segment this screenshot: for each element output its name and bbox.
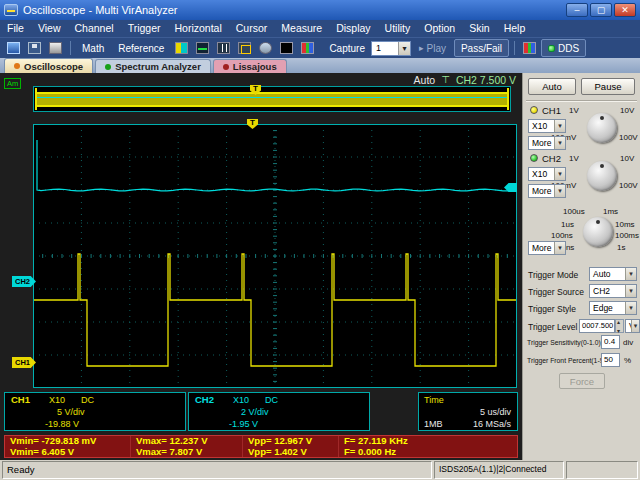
ch1-vmin-readout: Vmin= -729.818 mV <box>5 436 131 447</box>
ch1-enable-led[interactable] <box>530 106 538 114</box>
maximize-button[interactable]: ▢ <box>590 3 612 17</box>
colors-button[interactable] <box>298 39 317 57</box>
trigger-front-percent-input[interactable]: 50 <box>601 353 620 367</box>
zoom-button[interactable] <box>256 39 275 57</box>
acquisition-badge: Am <box>4 78 21 89</box>
ch2-freq-readout: F= 0.000 Hz <box>339 447 517 458</box>
time-info-rate: 16 MSa/s <box>473 418 511 430</box>
trigger-sensitivity-unit: div <box>623 338 633 347</box>
trigger-sensitivity-input[interactable]: 0.4 <box>601 335 620 349</box>
trigger-mode-select[interactable]: Auto <box>589 267 637 281</box>
save-icon <box>28 42 41 54</box>
trigger-style-select[interactable]: Edge <box>589 301 637 315</box>
time-more-select[interactable]: More <box>528 241 566 255</box>
ch1-knob-label-10v: 10V <box>620 106 634 115</box>
time-knob-label-100ms: 100ms <box>615 231 639 240</box>
ch1-more-value: More <box>532 138 551 148</box>
menu-utility[interactable]: Utility <box>378 20 418 37</box>
menu-horizontal[interactable]: Horizontal <box>168 20 229 37</box>
spectrum-tab-icon <box>105 64 111 70</box>
snapshot-icon <box>49 42 62 54</box>
open-file-button[interactable] <box>4 39 23 57</box>
time-info-label: Time <box>419 393 517 406</box>
waveform-plot[interactable] <box>33 124 517 388</box>
trigger-level-spinner[interactable] <box>615 319 624 333</box>
minimize-button[interactable]: – <box>566 3 588 17</box>
ch2-info-scale: 2 V/div <box>189 406 369 418</box>
time-knob-label-1s: 1s <box>617 243 625 252</box>
time-div-knob[interactable] <box>583 217 613 247</box>
dds-button[interactable]: DDS <box>541 39 586 57</box>
snapshot-button[interactable] <box>46 39 65 57</box>
status-bar: Ready ISDS205A(1.1)|2|Connected <box>0 460 640 480</box>
trigger-mode-value: Auto <box>593 269 611 279</box>
play-icon: ▸ <box>419 43 424 53</box>
play-button[interactable]: ▸Play <box>413 39 452 57</box>
waveform-button[interactable] <box>193 39 212 57</box>
overview-window-marker-left[interactable] <box>35 88 37 110</box>
tab-lissajous[interactable]: Lissajous <box>213 59 287 73</box>
toolbar-separator <box>70 41 71 55</box>
auto-run-button[interactable]: Auto <box>528 78 576 95</box>
menu-option[interactable]: Option <box>417 20 462 37</box>
capture-count-select[interactable]: 1 <box>371 41 411 56</box>
menu-display[interactable]: Display <box>329 20 377 37</box>
dds-palette-icon <box>523 42 536 54</box>
save-button[interactable] <box>25 39 44 57</box>
ch2-volts-div-knob[interactable] <box>587 161 617 191</box>
ch2-probe-value: X10 <box>532 169 547 179</box>
menu-help[interactable]: Help <box>497 20 533 37</box>
math-button[interactable]: Math <box>76 39 110 57</box>
waveform-overview-strip[interactable] <box>33 86 511 112</box>
close-button[interactable]: ✕ <box>614 3 636 17</box>
channel-setup-icon <box>175 42 188 54</box>
cursor-button[interactable] <box>214 39 233 57</box>
trigger-level-input[interactable]: 0007.500 <box>579 319 615 333</box>
menu-bar: File View Channel Trigger Horizontal Cur… <box>0 20 640 37</box>
time-knob-label-100ns: 100ns <box>551 231 573 240</box>
tab-bar: Oscilloscope Spectrum Analyzer Lissajous <box>0 58 640 73</box>
menu-measure[interactable]: Measure <box>274 20 329 37</box>
tab-spectrum-analyzer[interactable]: Spectrum Analyzer <box>95 59 211 73</box>
trigger-marker-label: T <box>250 118 255 127</box>
ch1-probe-select[interactable]: X10 <box>528 119 566 133</box>
ch1-section-label: CH1 <box>542 105 561 116</box>
pause-button[interactable]: Pause <box>581 78 635 95</box>
trigger-level-unit-select[interactable]: V <box>625 319 640 333</box>
measure-button[interactable] <box>235 39 254 57</box>
overview-window-marker-right[interactable] <box>507 88 509 110</box>
dds-label: DDS <box>558 43 579 54</box>
menu-channel[interactable]: Channel <box>68 20 121 37</box>
tab-oscilloscope[interactable]: Oscilloscope <box>4 58 93 73</box>
time-info-scale: 5 us/div <box>419 406 517 418</box>
app-window: Oscilloscope - Multi VirAnalyzer – ▢ ✕ F… <box>0 0 640 480</box>
ch2-more-select[interactable]: More <box>528 184 566 198</box>
trigger-source-select[interactable]: CH2 <box>589 284 637 298</box>
graticule[interactable] <box>33 124 517 388</box>
status-extra-cell <box>566 461 638 479</box>
ch1-more-select[interactable]: More <box>528 136 566 150</box>
ch1-info-offset: -19.88 V <box>5 418 185 430</box>
display-button[interactable] <box>277 39 296 57</box>
menu-file[interactable]: File <box>0 20 31 37</box>
force-trigger-button[interactable]: Force <box>559 373 605 389</box>
pass-fail-button[interactable]: Pass/Fail <box>454 39 509 57</box>
ch1-freq-readout: F= 27.119 KHz <box>339 436 517 447</box>
reference-button[interactable]: Reference <box>112 39 170 57</box>
ch2-probe-select[interactable]: X10 <box>528 167 566 181</box>
menu-skin[interactable]: Skin <box>462 20 496 37</box>
scope-status-line: Auto ⊤ CH2 7.500 V <box>414 73 516 86</box>
window-title: Oscilloscope - Multi VirAnalyzer <box>23 4 564 16</box>
trigger-mode-indicator: Auto <box>414 74 436 86</box>
trigger-marker-label: T <box>253 84 258 93</box>
ch2-knob-label-100v: 100V <box>619 181 638 190</box>
menu-view[interactable]: View <box>31 20 68 37</box>
dds-palette-button[interactable] <box>520 39 539 57</box>
ch2-knob-label-10v: 10V <box>620 154 634 163</box>
channel-setup-button[interactable] <box>172 39 191 57</box>
ch2-enable-led[interactable] <box>530 154 538 162</box>
title-bar: Oscilloscope - Multi VirAnalyzer – ▢ ✕ <box>0 0 640 20</box>
menu-trigger[interactable]: Trigger <box>121 20 168 37</box>
ch1-volts-div-knob[interactable] <box>587 113 617 143</box>
menu-cursor[interactable]: Cursor <box>229 20 275 37</box>
